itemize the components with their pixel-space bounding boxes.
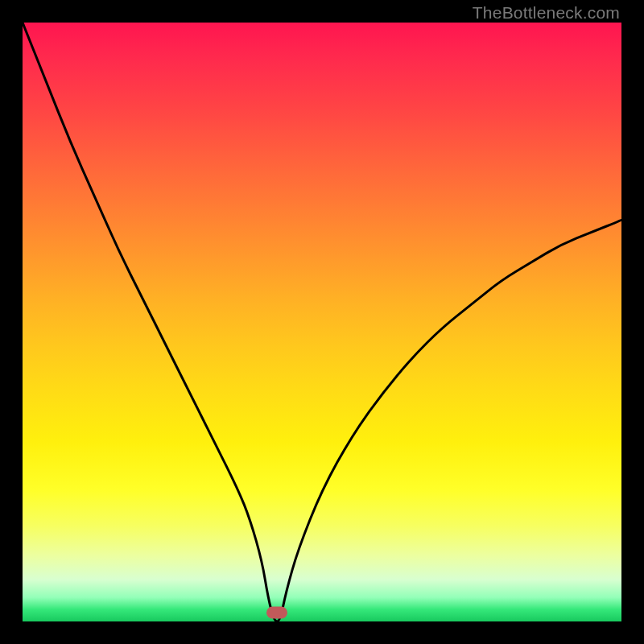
optimal-point-marker [266, 606, 287, 618]
plot-area [23, 23, 621, 621]
chart-frame: TheBottleneck.com [0, 0, 644, 644]
watermark-text: TheBottleneck.com [473, 3, 620, 23]
bottleneck-curve [23, 23, 621, 621]
